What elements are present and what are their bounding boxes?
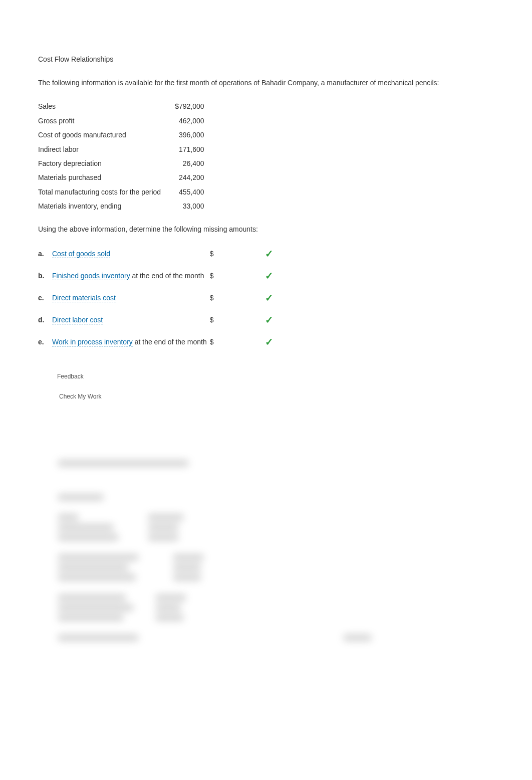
check-icon: ✓ — [265, 331, 277, 353]
data-value: 455,400 — [165, 185, 208, 199]
data-value: 396,000 — [165, 128, 208, 142]
currency-symbol: $ — [210, 243, 217, 265]
answer-input-a[interactable] — [217, 249, 259, 258]
data-value: 244,200 — [165, 170, 208, 184]
check-icon: ✓ — [265, 243, 277, 265]
table-row: Gross profit 462,000 — [38, 114, 208, 128]
answers-table: a. Cost of goods sold $ ✓ b. Finished go… — [38, 243, 277, 353]
table-row: Indirect labor 171,600 — [38, 142, 208, 156]
question-row: e. Work in process inventory at the end … — [38, 331, 277, 353]
question-row: b. Finished goods inventory at the end o… — [38, 265, 277, 287]
data-label: Total manufacturing costs for the period — [38, 185, 165, 199]
data-value: 462,000 — [165, 114, 208, 128]
blurred-solution-area — [58, 460, 494, 641]
question-row: d. Direct labor cost $ ✓ — [38, 309, 277, 331]
currency-symbol: $ — [210, 265, 217, 287]
answer-input-c[interactable] — [217, 293, 259, 302]
data-label: Materials purchased — [38, 170, 165, 184]
table-row: Cost of goods manufactured 396,000 — [38, 128, 208, 142]
data-label: Factory depreciation — [38, 156, 165, 170]
question-row: a. Cost of goods sold $ ✓ — [38, 243, 277, 265]
question-text: Direct materials cost — [52, 287, 210, 309]
question-letter: c. — [38, 287, 52, 309]
answer-input-d[interactable] — [217, 315, 259, 324]
data-value: $792,000 — [165, 99, 208, 113]
intro-text: The following information is available f… — [38, 77, 494, 88]
question-row: c. Direct materials cost $ ✓ — [38, 287, 277, 309]
question-text: Finished goods inventory at the end of t… — [52, 265, 210, 287]
currency-symbol: $ — [210, 287, 217, 309]
question-text: Direct labor cost — [52, 309, 210, 331]
currency-symbol: $ — [210, 309, 217, 331]
answer-input-b[interactable] — [217, 271, 259, 280]
glossary-link-wip[interactable]: Work in process inventory — [52, 338, 133, 346]
question-letter: e. — [38, 331, 52, 353]
glossary-link-dlc[interactable]: Direct labor cost — [52, 316, 103, 324]
currency-symbol: $ — [210, 331, 217, 353]
table-row: Materials inventory, ending 33,000 — [38, 199, 208, 213]
question-letter: a. — [38, 243, 52, 265]
table-row: Factory depreciation 26,400 — [38, 156, 208, 170]
glossary-link-cogs[interactable]: Cost of goods sold — [52, 250, 110, 258]
question-letter: d. — [38, 309, 52, 331]
glossary-link-fgi[interactable]: Finished goods inventory — [52, 272, 130, 280]
page-title: Cost Flow Relationships — [38, 55, 494, 63]
table-row: Total manufacturing costs for the period… — [38, 185, 208, 199]
table-row: Sales $792,000 — [38, 99, 208, 113]
answer-input-e[interactable] — [217, 337, 259, 346]
question-text: Cost of goods sold — [52, 243, 210, 265]
data-label: Cost of goods manufactured — [38, 128, 165, 142]
instruction-text: Using the above information, determine t… — [38, 224, 494, 235]
question-text: Work in process inventory at the end of … — [52, 331, 210, 353]
data-label: Materials inventory, ending — [38, 199, 165, 213]
data-label: Gross profit — [38, 114, 165, 128]
check-my-work-link[interactable]: Check My Work — [59, 393, 494, 400]
table-row: Materials purchased 244,200 — [38, 170, 208, 184]
feedback-heading[interactable]: Feedback — [57, 373, 494, 380]
glossary-link-dmc[interactable]: Direct materials cost — [52, 294, 116, 302]
data-label: Indirect labor — [38, 142, 165, 156]
check-icon: ✓ — [265, 309, 277, 331]
data-value: 33,000 — [165, 199, 208, 213]
data-value: 26,400 — [165, 156, 208, 170]
given-data-table: Sales $792,000 Gross profit 462,000 Cost… — [38, 99, 208, 213]
check-icon: ✓ — [265, 287, 277, 309]
data-label: Sales — [38, 99, 165, 113]
check-icon: ✓ — [265, 265, 277, 287]
data-value: 171,600 — [165, 142, 208, 156]
question-letter: b. — [38, 265, 52, 287]
